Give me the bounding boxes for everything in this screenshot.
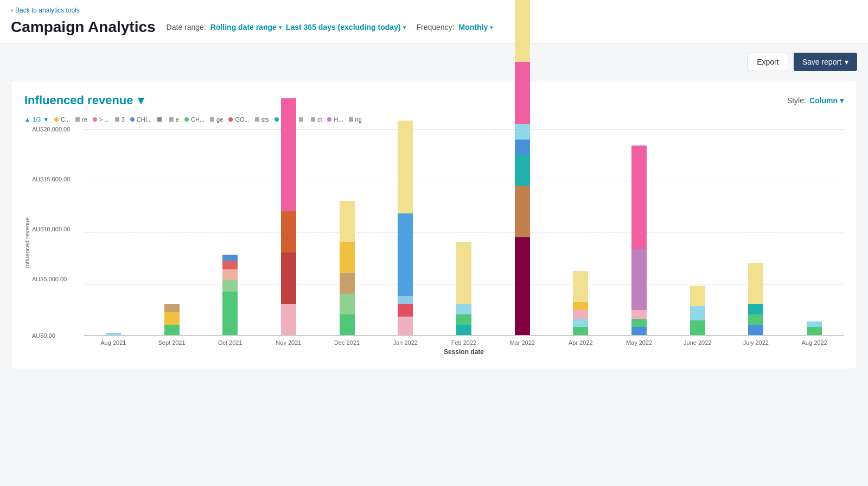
bar-segment (222, 292, 238, 335)
header-row: Campaign Analytics Date range: Rolling d… (11, 18, 857, 43)
y-tick-1: AU$5,000.00 (32, 276, 70, 282)
legend-up-icon[interactable]: ▲ (24, 116, 30, 123)
legend-down-icon[interactable]: ▼ (43, 116, 49, 123)
bar-segment (340, 201, 355, 242)
legend-item-7: CH... (184, 116, 205, 123)
legend-color-3 (115, 117, 119, 122)
x-label-1: Sept 2021 (143, 336, 201, 346)
bar-column-11[interactable] (727, 263, 786, 336)
save-report-chevron: ▾ (845, 58, 848, 66)
bar-column-0[interactable] (84, 333, 143, 336)
legend-label-2: > ... (99, 116, 110, 123)
x-label-5: Jan 2022 (376, 336, 435, 346)
bar-segment (573, 327, 588, 335)
y-tick-2: AU$10,000.00 (32, 226, 70, 232)
bar-segment (456, 325, 471, 335)
bar-segment (748, 314, 763, 325)
legend-color-10 (255, 117, 259, 122)
date-range-type-btn[interactable]: Rolling date range ▾ (210, 23, 282, 31)
bar-segment (748, 325, 763, 335)
bar-segment (515, 140, 530, 155)
legend-label-13: ct (317, 116, 322, 123)
bar-segment (398, 304, 413, 317)
card-header: Influenced revenue ▾ Style: Column ▾ (24, 93, 844, 108)
x-label-3: Nov 2021 (259, 336, 318, 346)
x-axis-label: Session date (84, 348, 844, 356)
bar-column-6[interactable] (435, 242, 493, 336)
bar-segment (164, 312, 180, 325)
bar-segment (281, 98, 296, 212)
bar-segment (340, 242, 355, 273)
bar-segment (281, 253, 296, 304)
date-range-type-value: Rolling date range (210, 23, 277, 31)
x-label-10: June 2022 (668, 336, 727, 346)
legend-item-8: ge (210, 116, 223, 123)
legend-color-0 (54, 117, 59, 122)
bar-segment (515, 155, 530, 186)
x-label-4: Dec 2021 (318, 336, 376, 346)
x-label-11: July 2022 (727, 336, 786, 346)
bar-segment (748, 304, 763, 314)
bar-segment (748, 263, 763, 304)
bar-column-12[interactable] (785, 321, 844, 336)
bar-segment (690, 286, 705, 306)
legend-item-2: > ... (93, 116, 110, 123)
legend-label-6: e (176, 116, 179, 123)
export-button[interactable]: Export (748, 53, 788, 71)
x-label-2: Oct 2021 (201, 336, 259, 346)
bar-segment (456, 242, 471, 304)
legend-label-1: re (82, 116, 87, 123)
style-value: Column (809, 96, 838, 105)
bar-column-9[interactable] (610, 146, 668, 336)
bar-column-2[interactable] (201, 255, 259, 336)
frequency-btn[interactable]: Monthly ▾ (459, 23, 493, 31)
bar-segment (340, 294, 355, 314)
bar-segment (631, 319, 647, 327)
legend-label-9: GO... (235, 116, 249, 123)
y-tick-0: AU$0.00 (32, 332, 70, 339)
legend-label-14: H... (334, 116, 343, 123)
y-tick-3: AU$15,000.00 (32, 176, 70, 182)
back-link[interactable]: ‹ Back to analytics tools (11, 7, 857, 14)
bar-segment (222, 269, 238, 280)
bar-segment (573, 319, 588, 327)
date-range-value-btn[interactable]: Last 365 days (excluding today) ▾ (286, 23, 406, 31)
bar-segment (515, 124, 530, 139)
frequency-value: Monthly (459, 23, 488, 31)
y-axis-label: Influenced revenue (24, 217, 30, 268)
bar-column-7[interactable] (493, 0, 552, 336)
back-link-label: Back to analytics tools (15, 7, 80, 14)
bar-segment (631, 310, 647, 318)
save-report-label: Save report (802, 58, 841, 66)
bar-segment (398, 213, 413, 296)
bar-segment (456, 304, 471, 314)
style-btn[interactable]: Column ▾ (809, 96, 844, 105)
save-report-button[interactable]: Save report ▾ (794, 53, 857, 71)
legend-color-4 (130, 117, 135, 122)
x-label-0: Aug 2021 (84, 336, 143, 346)
bar-column-8[interactable] (552, 271, 610, 336)
bar-column-3[interactable] (259, 98, 318, 336)
bar-column-10[interactable] (668, 286, 727, 336)
date-range-value-text: Last 365 days (excluding today) (286, 23, 401, 31)
bar-segment (398, 317, 413, 335)
bar-segment (573, 310, 588, 318)
back-chevron-icon: ‹ (11, 7, 13, 14)
x-label-6: Feb 2022 (435, 336, 493, 346)
bar-column-4[interactable] (318, 201, 376, 336)
bar-segment (631, 327, 647, 335)
legend-item-14: H... (327, 116, 343, 123)
bar-segment (222, 261, 238, 269)
legend-nav[interactable]: ▲ 1/3 ▼ (24, 116, 49, 123)
x-label-7: Mar 2022 (493, 336, 552, 346)
frequency-group: Frequency: Monthly ▾ (417, 23, 493, 31)
bar-segment (515, 62, 530, 124)
bar-segment (281, 304, 296, 335)
legend-color-15 (349, 117, 353, 122)
bar-column-1[interactable] (143, 304, 201, 336)
frequency-chevron: ▾ (490, 24, 493, 30)
bar-column-5[interactable] (376, 121, 435, 336)
bar-segment (807, 327, 822, 335)
page-title: Campaign Analytics (11, 18, 156, 36)
chart-title[interactable]: Influenced revenue ▾ (24, 93, 144, 108)
